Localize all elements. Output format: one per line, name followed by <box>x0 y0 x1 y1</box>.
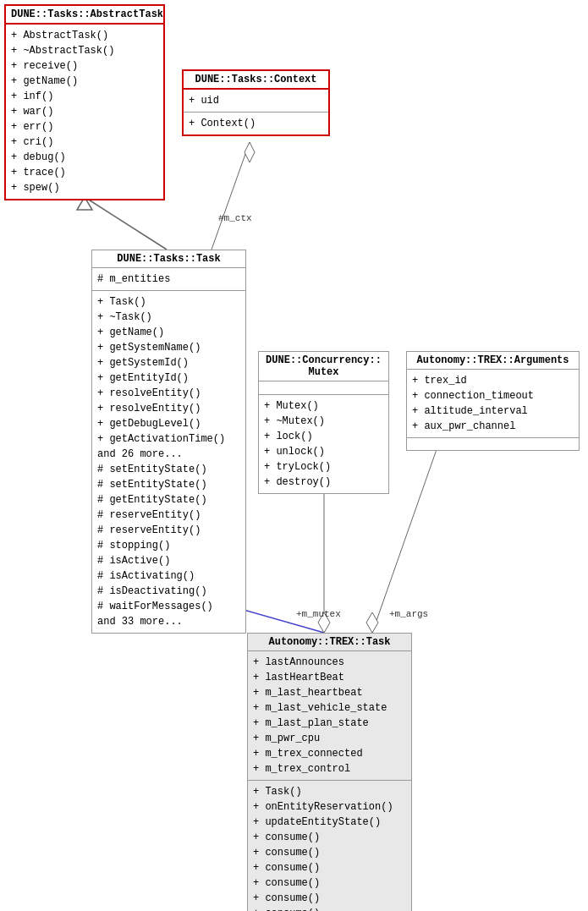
trex-task-class: Autonomy::TREX::Task + lastAnnounces + l… <box>247 633 412 911</box>
context-methods: + Context() <box>184 113 328 134</box>
arguments-title: Autonomy::TREX::Arguments <box>407 352 579 370</box>
svg-marker-3 <box>245 142 255 162</box>
task-class: DUNE::Tasks::Task # m_entities + Task() … <box>91 250 246 634</box>
context-title: DUNE::Tasks::Context <box>184 71 328 90</box>
svg-line-0 <box>85 197 167 250</box>
m-mutex-label: +m_mutex <box>296 609 341 619</box>
trex-task-attributes: + lastAnnounces + lastHeartBeat + m_last… <box>248 651 411 781</box>
mutex-methods: + Mutex() + ~Mutex() + lock() + unlock()… <box>259 395 388 493</box>
arguments-empty <box>407 438 579 450</box>
task-methods: + Task() + ~Task() + getName() + getSyst… <box>92 291 245 633</box>
abstract-task-class: DUNE::Tasks::AbstractTask + AbstractTask… <box>4 4 165 200</box>
diagram-container: DUNE::Tasks::AbstractTask + AbstractTask… <box>0 0 588 911</box>
mutex-empty <box>259 381 388 395</box>
svg-marker-9 <box>366 612 378 633</box>
arguments-attributes: + trex_id + connection_timeout + altitud… <box>407 370 579 438</box>
task-attributes: # m_entities <box>92 268 245 291</box>
trex-task-methods: + Task() + onEntityReservation() + updat… <box>248 781 411 911</box>
arguments-class: Autonomy::TREX::Arguments + trex_id + co… <box>406 351 580 451</box>
svg-line-2 <box>212 142 250 250</box>
abstract-task-title: DUNE::Tasks::AbstractTask <box>6 6 163 25</box>
mutex-class: DUNE::Concurrency::Mutex + Mutex() + ~Mu… <box>258 351 389 494</box>
m-ctx-label: #m_ctx <box>218 213 252 223</box>
context-class: DUNE::Tasks::Context + uid + Context() <box>182 69 330 136</box>
task-title: DUNE::Tasks::Task <box>92 250 245 268</box>
context-attributes: + uid <box>184 90 328 113</box>
trex-task-title: Autonomy::TREX::Task <box>248 634 411 651</box>
mutex-title: DUNE::Concurrency::Mutex <box>259 352 388 381</box>
abstract-task-methods: + AbstractTask() + ~AbstractTask() + rec… <box>6 25 163 199</box>
m-args-label: +m_args <box>389 609 428 619</box>
